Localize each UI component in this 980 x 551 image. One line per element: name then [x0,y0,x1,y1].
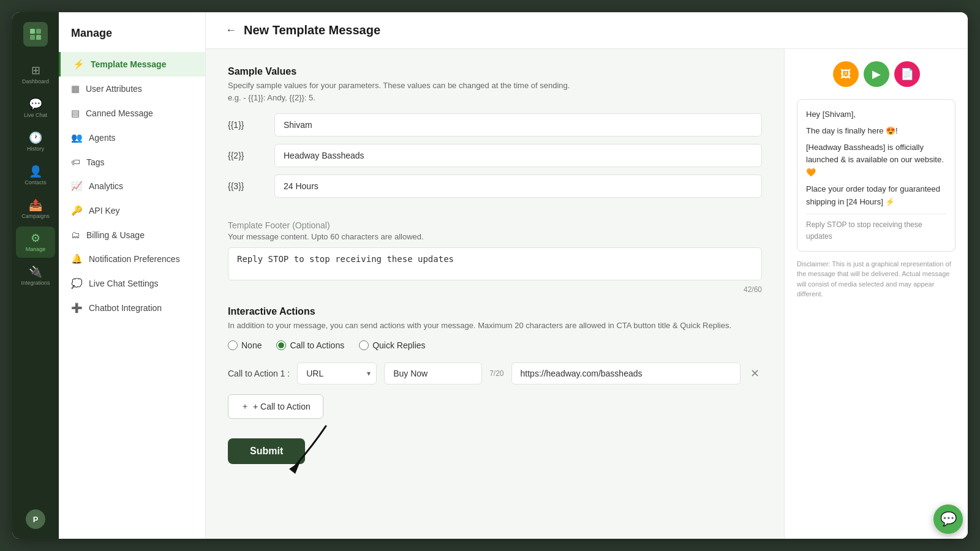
radio-cta[interactable]: Call to Actions [276,340,344,350]
footer-textarea[interactable]: Reply STOP to stop receiving these updat… [228,247,762,280]
nav-analytics[interactable]: 📈 Analytics [59,174,205,198]
message-preview: Hey [Shivam], The day is finally here 😍!… [797,99,956,252]
app-container: ⊞ Dashboard 💬 Live Chat 🕐 History 👤 Cont… [12,12,968,539]
param-label-3: {{3}} [228,181,265,191]
add-cta-button[interactable]: ＋ + Call to Action [228,394,323,419]
preview-icons-row: 🖼 ▶ 📄 [797,61,956,87]
history-icon: 🕐 [29,131,42,144]
sidebar-item-contacts[interactable]: 👤 Contacts [16,160,55,191]
tags-icon: 🏷 [71,157,80,167]
radio-quick-replies[interactable]: Quick Replies [359,340,425,350]
preview-disclaimer: Disclaimer: This is just a graphical rep… [797,259,956,299]
radio-quick-replies-input[interactable] [359,340,369,350]
live-chat-settings-icon: 💭 [71,278,83,289]
icon-sidebar: ⊞ Dashboard 💬 Live Chat 🕐 History 👤 Cont… [12,12,59,539]
nav-user-attributes-label: User Attributes [86,84,142,94]
chatbot-integration-icon: ➕ [71,302,83,313]
user-avatar[interactable]: P [26,509,45,529]
sidebar-item-integrations[interactable]: 🔌 Integrations [16,260,55,291]
livechat-icon: 💬 [29,97,42,111]
radio-cta-label: Call to Actions [290,340,344,350]
preview-play-button[interactable]: ▶ [864,61,889,87]
add-cta-icon: ＋ [241,401,249,412]
livechat-label: Live Chat [24,113,47,119]
svg-rect-1 [36,29,41,34]
sample-values-desc: Specify sample values for your parameter… [228,80,762,103]
analytics-icon: 📈 [71,181,83,192]
sample-values-title: Sample Values [228,66,762,77]
param-input-1[interactable] [274,113,762,137]
dashboard-icon: ⊞ [31,64,40,77]
cta-type-select[interactable]: URL Phone [297,362,377,384]
sidebar-item-dashboard[interactable]: ⊞ Dashboard [16,59,55,90]
param-row-1: {{1}} [228,113,762,137]
svg-rect-0 [30,29,35,34]
param-row-3: {{3}} [228,174,762,198]
preview-line-4: Place your order today for guaranteed sh… [806,183,946,209]
back-button[interactable]: ← [225,24,236,37]
nav-template-message-label: Template Message [91,59,166,69]
sidebar-item-livechat[interactable]: 💬 Live Chat [16,92,55,124]
param-label-2: {{2}} [228,151,265,160]
nav-template-message[interactable]: ⚡ Template Message [59,52,205,77]
chat-fab-icon: 💬 [940,511,957,527]
preview-footer: Reply STOP to stop receiving these updat… [806,214,946,242]
notification-prefs-icon: 🔔 [71,253,83,264]
preview-panel: 🖼 ▶ 📄 Hey [Shivam], The day is finally h… [784,49,968,539]
radio-none-input[interactable] [228,340,238,350]
nav-analytics-label: Analytics [89,181,123,191]
nav-api-key-label: API Key [89,206,120,216]
nav-tags-label: Tags [86,157,105,167]
nav-billing[interactable]: 🗂 Billing & Usage [59,223,205,247]
cta-button-text-input[interactable] [384,362,482,384]
cta-row: Call to Action 1 : URL Phone 7/20 ✕ [228,362,762,384]
sample-values-example: e.g. - {{1}}: Andy, {{2}}: 5. [228,93,315,102]
preview-doc-button[interactable]: 📄 [894,61,920,87]
radio-none[interactable]: None [228,340,262,350]
submit-area: Submit [228,438,762,489]
ia-title: Interactive Actions [228,306,762,317]
radio-group: None Call to Actions Quick Replies [228,340,762,350]
add-cta-label: + Call to Action [253,402,311,411]
page-header: ← New Template Message [206,12,968,49]
chat-fab[interactable]: 💬 [933,504,963,534]
nav-agents[interactable]: 👥 Agents [59,126,205,150]
nav-canned-message[interactable]: ▤ Canned Message [59,101,205,126]
preview-image-button[interactable]: 🖼 [833,61,859,87]
param-input-3[interactable] [274,174,762,198]
interactive-actions-section: Interactive Actions In addition to your … [228,306,762,419]
arrow-annotation [277,420,350,475]
manage-icon: ⚙ [31,231,40,245]
ia-desc: In addition to your message, you can sen… [228,320,762,332]
cta-remove-button[interactable]: ✕ [748,364,762,383]
nav-api-key[interactable]: 🔑 API Key [59,198,205,223]
param-row-2: {{2}} [228,144,762,167]
main-content: ← New Template Message Sample Values Spe… [206,12,968,539]
campaigns-label: Campaigns [21,214,50,220]
app-logo [23,22,48,47]
page-title: New Template Message [244,23,380,37]
cta-label: Call to Action 1 : [228,369,290,378]
nav-user-attributes[interactable]: ▦ User Attributes [59,77,205,101]
nav-live-chat-settings[interactable]: 💭 Live Chat Settings [59,271,205,296]
nav-tags[interactable]: 🏷 Tags [59,150,205,174]
sidebar-title: Manage [59,27,205,52]
contacts-label: Contacts [24,180,47,186]
nav-chatbot-integration[interactable]: ➕ Chatbot Integration [59,296,205,320]
nav-chatbot-integration-label: Chatbot Integration [89,303,162,313]
sidebar-item-history[interactable]: 🕐 History [16,126,55,157]
integrations-label: Integrations [21,280,50,287]
param-input-2[interactable] [274,144,762,167]
radio-cta-input[interactable] [276,340,286,350]
sidebar-item-manage[interactable]: ⚙ Manage [16,227,55,258]
footer-desc: Your message content. Upto 60 characters… [228,232,762,241]
nav-billing-label: Billing & Usage [86,230,145,240]
nav-notification-prefs[interactable]: 🔔 Notification Preferences [59,247,205,271]
manage-label: Manage [26,247,46,253]
param-label-1: {{1}} [228,120,265,130]
cta-url-input[interactable] [511,362,741,384]
svg-marker-4 [289,462,300,474]
dashboard-label: Dashboard [22,79,49,85]
preview-line-1: Hey [Shivam], [806,108,946,121]
sidebar-item-campaigns[interactable]: 📤 Campaigns [16,193,55,225]
